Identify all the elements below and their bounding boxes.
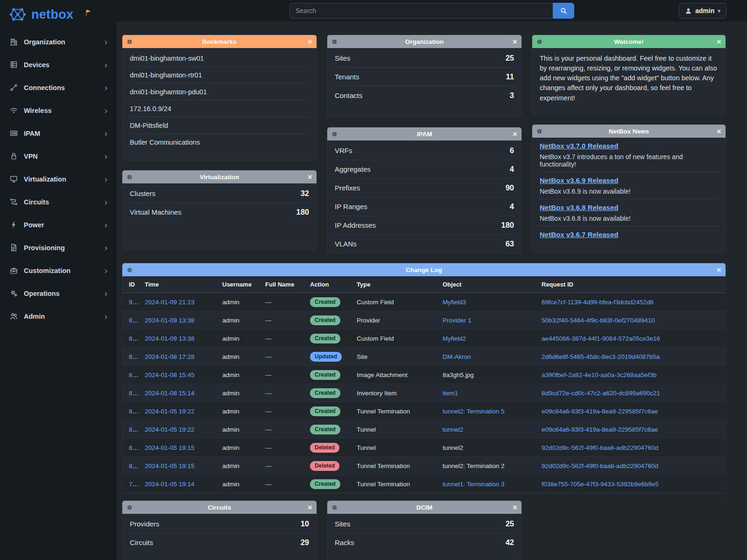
sidebar-item-operations[interactable]: Operations › — [0, 282, 117, 305]
changelog-id-link[interactable]: 83 — [129, 426, 139, 433]
sidebar-item-wireless[interactable]: Wireless › — [0, 99, 117, 122]
changelog-widget-header[interactable]: Change Log × — [122, 263, 726, 276]
changelog-id-link[interactable]: 88 — [129, 335, 139, 342]
changelog-request-id-link[interactable]: ae445066-387d-44f1-9084-572a05ce3e16 — [542, 335, 660, 342]
bookmark-flag-icon[interactable] — [85, 9, 92, 16]
widget-close-icon[interactable]: × — [717, 266, 721, 274]
changelog-request-id-link[interactable]: e09c64a6-93f3-419a-8ea9-229585f7c6ae — [542, 408, 658, 415]
ipam-widget-header[interactable]: IPAM × — [327, 127, 521, 140]
changelog-request-id-link[interactable]: 92d02d9c-562f-49f0-baa8-adb22904760d — [542, 462, 658, 469]
news-link[interactable]: NetBox v3.6.7 Released — [540, 231, 618, 238]
widget-close-icon[interactable]: × — [513, 38, 517, 46]
widget-settings-icon[interactable] — [331, 39, 338, 45]
changelog-id-link[interactable]: 80 — [129, 462, 139, 469]
changelog-object-link[interactable]: Myfield2 — [443, 335, 466, 342]
organization-widget-header[interactable]: Organization × — [327, 35, 521, 48]
search-input[interactable] — [289, 3, 553, 19]
changelog-id-link[interactable]: 84 — [129, 408, 139, 415]
bookmark-item[interactable]: 172.16.0.9/24 — [130, 100, 309, 117]
stat-value[interactable]: 11 — [506, 72, 514, 81]
changelog-request-id-link[interactable]: e09c64a6-93f3-419a-8ea9-229585f7c6ae — [542, 426, 658, 433]
bookmarks-widget-header[interactable]: Bookmarks × — [122, 35, 317, 48]
changelog-time-link[interactable]: 2024-01-08 17:28 — [145, 353, 195, 360]
bookmark-item[interactable]: dmi01-binghamton-rtr01 — [130, 67, 309, 84]
stat-value[interactable]: 42 — [506, 538, 514, 547]
virtualization-widget-header[interactable]: Virtualization × — [122, 170, 317, 183]
sidebar-item-power[interactable]: Power › — [0, 213, 117, 236]
bookmark-item[interactable]: Butler Communications — [130, 134, 309, 150]
widget-settings-icon[interactable] — [331, 131, 338, 137]
changelog-time-link[interactable]: 2024-01-08 15:14 — [145, 390, 195, 397]
changelog-id-link[interactable]: 87 — [129, 353, 139, 360]
stat-value[interactable]: 63 — [506, 239, 514, 248]
stat-value[interactable]: 180 — [501, 221, 514, 230]
changelog-id-link[interactable]: 90 — [129, 299, 139, 306]
widget-close-icon[interactable]: × — [513, 130, 517, 138]
changelog-time-link[interactable]: 2024-01-05 19:22 — [145, 408, 195, 415]
widget-settings-icon[interactable] — [127, 39, 133, 45]
stat-value[interactable]: 25 — [506, 54, 514, 63]
stat-value[interactable]: 32 — [301, 189, 309, 198]
changelog-object-link[interactable]: tunnel2: Termination 2 — [443, 462, 505, 469]
sidebar-item-ipam[interactable]: IPAM › — [0, 122, 117, 145]
changelog-id-link[interactable]: 86 — [129, 371, 139, 378]
brand[interactable]: netbox — [0, 0, 117, 30]
widget-settings-icon[interactable] — [127, 504, 133, 511]
changelog-object-link[interactable]: tunnel2 — [443, 426, 463, 433]
news-widget-header[interactable]: NetBox News × — [532, 125, 726, 138]
changelog-time-link[interactable]: 2024-01-05 19:15 — [145, 444, 195, 451]
widget-close-icon[interactable]: × — [308, 173, 312, 181]
sidebar-item-vpn[interactable]: VPN › — [0, 145, 117, 168]
changelog-request-id-link[interactable]: f038e755-705e-47f3-9433-5392b9e6b9e5 — [542, 481, 659, 488]
user-menu-button[interactable]: admin ▾ — [679, 3, 726, 19]
stat-value[interactable]: 4 — [510, 165, 514, 174]
stat-value[interactable]: 25 — [506, 519, 514, 528]
changelog-object-link[interactable]: item1 — [443, 390, 458, 397]
changelog-object-link[interactable]: tunnel2 — [443, 444, 463, 451]
widget-settings-icon[interactable] — [127, 267, 133, 273]
widget-close-icon[interactable]: × — [308, 504, 312, 511]
changelog-time-link[interactable]: 2024-01-09 13:38 — [145, 335, 195, 342]
changelog-id-link[interactable]: 81 — [129, 444, 139, 451]
changelog-time-link[interactable]: 2024-01-05 19:22 — [145, 426, 195, 433]
news-link[interactable]: NetBox v3.6.8 Released — [540, 203, 618, 211]
changelog-object-link[interactable]: tunnel1: Termination 3 — [443, 481, 505, 488]
sidebar-item-admin[interactable]: Admin › — [0, 305, 117, 328]
widget-close-icon[interactable]: × — [308, 38, 312, 46]
sidebar-item-devices[interactable]: Devices › — [0, 53, 117, 76]
stat-value[interactable]: 4 — [510, 202, 514, 211]
search-button[interactable] — [553, 3, 574, 19]
changelog-request-id-link[interactable]: 50b32f40-5464-4f9c-b83f-0ef270489410 — [542, 317, 655, 324]
changelog-id-link[interactable]: 89 — [129, 317, 139, 324]
changelog-id-link[interactable]: 79 — [129, 481, 139, 488]
news-link[interactable]: NetBox v3.6.9 Released — [540, 176, 618, 184]
stat-value[interactable]: 180 — [296, 208, 309, 217]
changelog-request-id-link[interactable]: 8d9cd72e-cd0c-47c2-a620-dc899a690c21 — [542, 390, 660, 397]
bookmark-item[interactable]: dmi01-binghamton-sw01 — [130, 50, 309, 67]
changelog-request-id-link[interactable]: 2d6d6e8f-5465-45dc-8ec3-2019d4087b5a — [542, 353, 660, 360]
changelog-object-link[interactable]: 8a3gh5.jpg — [443, 371, 474, 378]
changelog-request-id-link[interactable]: a390fbef-2a82-4e10-aa0a-3c268aa5ef3b — [542, 371, 656, 378]
news-link[interactable]: NetBox v3.7.0 Released — [540, 142, 618, 150]
changelog-time-link[interactable]: 2024-01-09 13:38 — [145, 317, 195, 324]
circuits-widget-header[interactable]: Circuits × — [122, 501, 317, 514]
widget-settings-icon[interactable] — [331, 504, 338, 511]
widget-settings-icon[interactable] — [127, 174, 133, 180]
sidebar-item-virtualization[interactable]: Virtualization › — [0, 168, 117, 190]
changelog-time-link[interactable]: 2024-01-05 19:14 — [145, 481, 195, 488]
changelog-object-link[interactable]: Myfield3 — [443, 299, 466, 306]
changelog-object-link[interactable]: Provider 1 — [443, 317, 472, 324]
stat-value[interactable]: 10 — [301, 519, 309, 528]
stat-value[interactable]: 6 — [510, 146, 514, 155]
widget-settings-icon[interactable] — [536, 39, 543, 45]
widget-close-icon[interactable]: × — [513, 504, 517, 511]
sidebar-item-circuits[interactable]: Circuits › — [0, 190, 117, 213]
bookmark-item[interactable]: DM-Pittsfield — [130, 117, 309, 134]
changelog-time-link[interactable]: 2024-01-08 15:45 — [145, 371, 195, 378]
sidebar-item-connections[interactable]: Connections › — [0, 76, 117, 99]
widget-close-icon[interactable]: × — [717, 127, 721, 135]
widget-settings-icon[interactable] — [536, 128, 543, 134]
sidebar-item-customization[interactable]: Customization › — [0, 259, 117, 282]
welcome-widget-header[interactable]: Welcome! × — [532, 35, 726, 48]
changelog-time-link[interactable]: 2024-01-09 21:23 — [145, 299, 195, 306]
